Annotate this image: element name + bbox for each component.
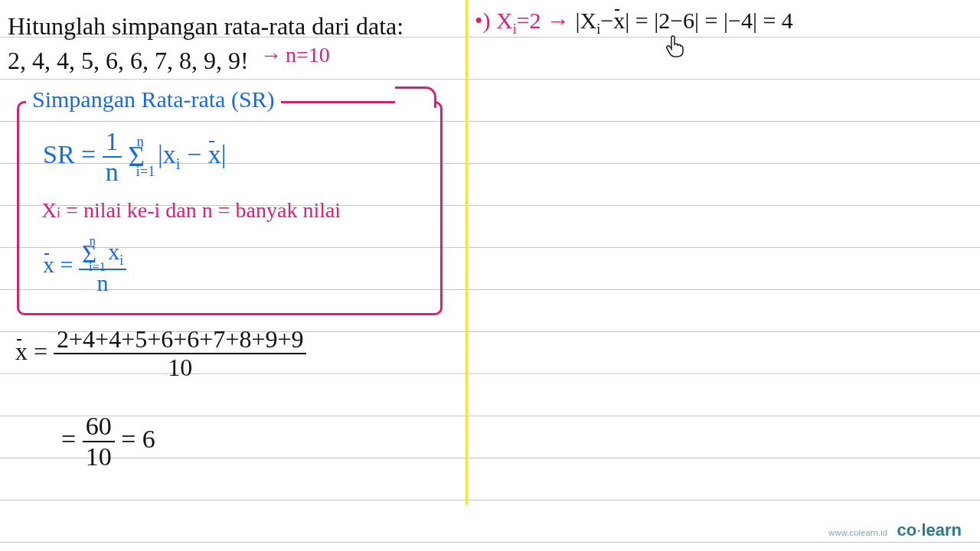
center-divider xyxy=(466,0,468,505)
mean-result: = 60 10 = 6 xyxy=(61,412,155,471)
variable-definitions: Xᵢ = nilai ke-i dan n = banyak nilai xyxy=(41,197,341,223)
mean-lhs: x = xyxy=(15,337,47,365)
xbar-formula: x = Σ n i=1 xi n xyxy=(43,239,126,296)
formula-box-tail xyxy=(395,86,436,108)
sr-one-over-n: 1 n xyxy=(103,127,122,187)
sr-body: |xi − x| xyxy=(152,140,227,168)
footer-url: www.colearn.id xyxy=(828,528,887,537)
deviation-expr: |Xi−x| = |2−6| = |−4| = 4 xyxy=(576,8,793,33)
brand-logo: co·learn xyxy=(897,520,962,540)
n-value: n=10 xyxy=(286,43,330,67)
hand-cursor-icon xyxy=(665,35,684,64)
xi-assign: Xi=2 → xyxy=(496,8,570,33)
xbar-num: Σ n i=1 xi xyxy=(79,239,126,270)
mean-calculation: x = 2+4+4+5+6+6+7+8+9+9 10 xyxy=(15,326,306,381)
xbar-sum: Σ n i=1 xyxy=(82,242,96,267)
bullet-icon: •) xyxy=(475,8,491,33)
sr-lhs: SR = xyxy=(43,140,96,168)
mean-frac2: 60 10 xyxy=(83,412,115,471)
problem-line2: 2, 4, 4, 5, 6, 6, 7, 8, 9, 9! xyxy=(8,44,467,78)
n-annotation: → n=10 xyxy=(260,43,330,67)
xbar-lhs: x = xyxy=(43,252,73,277)
problem-line1: Hitunglah simpangan rata-rata dari data: xyxy=(8,9,467,44)
formula-box-title: Simpangan Rata-rata (SR) xyxy=(26,86,281,112)
sr-formula: SR = 1 n Σ n i=1 |xi − x| xyxy=(43,127,227,187)
deviation-step: •) Xi=2 → |Xi−x| = |2−6| = |−4| = 4 xyxy=(475,8,793,37)
mean-fraction: 2+4+4+5+6+6+7+8+9+9 10 xyxy=(54,326,306,381)
arrow-icon: → xyxy=(260,43,280,67)
problem-statement: Hitunglah simpangan rata-rata dari data:… xyxy=(8,9,467,78)
footer-brand: www.colearn.id co·learn xyxy=(828,520,962,540)
sr-sum: Σ n i=1 xyxy=(128,142,145,171)
xbar-fraction: Σ n i=1 xi n xyxy=(79,239,126,296)
